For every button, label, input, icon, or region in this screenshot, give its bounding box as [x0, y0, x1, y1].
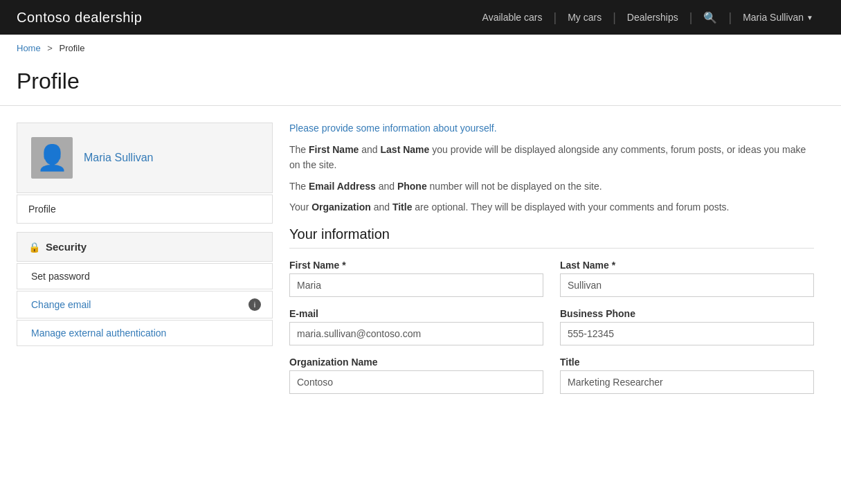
title-input[interactable]	[560, 370, 814, 394]
first-name-label: First Name *	[289, 260, 543, 271]
email-input[interactable]	[289, 322, 543, 345]
bold-first-name: First Name	[309, 144, 359, 155]
phone-group: Business Phone	[560, 308, 814, 345]
first-name-group: First Name *	[289, 260, 543, 297]
content-desc1: The First Name and Last Name you provide…	[289, 142, 814, 173]
content-desc3: Your Organization and Title are optional…	[289, 199, 814, 215]
profile-form: First Name * Last Name * E-mail Business…	[289, 260, 814, 394]
lock-icon: 🔒	[28, 242, 40, 253]
bold-organization: Organization	[311, 201, 371, 213]
breadcrumb-home[interactable]: Home	[17, 43, 41, 53]
breadcrumb-current: Profile	[60, 43, 85, 53]
avatar: 👤	[31, 137, 73, 179]
sidebar: 👤 Maria Sullivan Profile 🔒 Security Set …	[17, 123, 273, 394]
title-label: Title	[560, 357, 814, 368]
caret-down-icon: ▼	[806, 14, 813, 21]
sidebar-security-header: 🔒 Security	[17, 232, 273, 262]
search-icon[interactable]: 🔍	[692, 11, 728, 24]
sidebar-item-manage-auth[interactable]: Manage external authentication	[17, 320, 273, 346]
your-information-heading: Your information	[289, 226, 814, 249]
nav-available-cars[interactable]: Available cars	[471, 12, 554, 23]
content-desc2: The Email Address and Phone number will …	[289, 179, 814, 194]
page-title: Profile	[17, 69, 824, 94]
sidebar-user-name: Maria Sullivan	[84, 152, 153, 164]
last-name-input[interactable]	[560, 273, 814, 297]
page-title-section: Profile	[0, 62, 841, 106]
bold-title: Title	[392, 201, 413, 213]
main-layout: 👤 Maria Sullivan Profile 🔒 Security Set …	[0, 106, 831, 411]
change-email-label: Change email	[31, 299, 91, 310]
phone-input[interactable]	[560, 322, 814, 345]
sidebar-profile-label: Profile	[28, 204, 56, 215]
user-name: Maria Sullivan	[743, 12, 804, 23]
org-label: Organization Name	[289, 357, 543, 368]
sidebar-security-label: Security	[46, 241, 87, 253]
content-area: Please provide some information about yo…	[289, 123, 814, 394]
email-group: E-mail	[289, 308, 543, 345]
bold-email: Email Address	[309, 181, 376, 192]
first-name-input[interactable]	[289, 273, 543, 297]
sidebar-item-change-email[interactable]: Change email i	[17, 291, 273, 318]
bold-last-name: Last Name	[381, 144, 430, 155]
site-brand: Contoso dealership	[17, 10, 142, 26]
info-icon: i	[248, 298, 261, 311]
manage-auth-label: Manage external authentication	[31, 327, 166, 339]
breadcrumb: Home > Profile	[0, 35, 841, 62]
nav-my-cars[interactable]: My cars	[557, 12, 613, 23]
sidebar-item-set-password[interactable]: Set password	[17, 263, 273, 289]
last-name-label: Last Name *	[560, 260, 814, 271]
breadcrumb-separator: >	[47, 43, 53, 53]
set-password-label: Set password	[31, 271, 90, 282]
title-group: Title	[560, 357, 814, 394]
phone-label: Business Phone	[560, 308, 814, 319]
main-nav: Available cars | My cars | Dealerships |…	[471, 11, 824, 24]
avatar-person-icon: 👤	[37, 145, 68, 170]
sidebar-item-profile[interactable]: Profile	[17, 195, 273, 224]
email-label: E-mail	[289, 308, 543, 319]
last-name-group: Last Name *	[560, 260, 814, 297]
sidebar-avatar-section: 👤 Maria Sullivan	[17, 123, 273, 193]
user-menu[interactable]: Maria Sullivan ▼	[732, 12, 824, 23]
header: Contoso dealership Available cars | My c…	[0, 0, 841, 35]
org-input[interactable]	[289, 370, 543, 394]
org-group: Organization Name	[289, 357, 543, 394]
nav-dealerships[interactable]: Dealerships	[616, 12, 689, 23]
bold-phone: Phone	[397, 181, 427, 192]
content-intro: Please provide some information about yo…	[289, 123, 814, 134]
